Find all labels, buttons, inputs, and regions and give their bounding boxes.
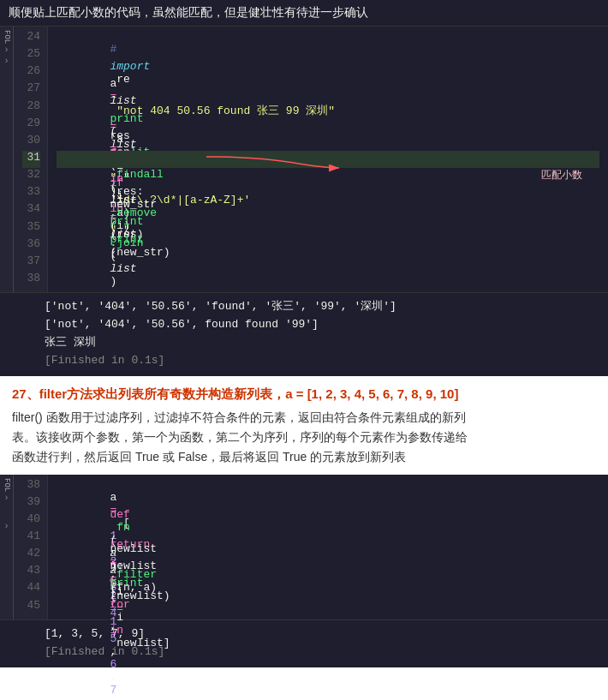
code-section-2: FOL › › 38 39 40 41 42 43 44 45 a = [ 1 … [0,475,608,668]
fold-arrow-4[interactable]: › [3,522,9,531]
code-line-26: a = "not 404 50.56 found 张三 99 深圳" [57,64,599,81]
code-line-36 [57,237,599,254]
code-line-31: if i in list : [57,151,599,168]
fold-left-1: FOL › › [0,27,14,292]
code-line-29: res = re .findall ( '\d+\.?\d*|[a-zA-Z]+… [57,117,599,134]
code-line-45 [57,599,599,616]
output-line-1: ['not', '404', '50.56', 'found', '张三', '… [45,298,599,316]
code-section-1: FOL › › 24 25 26 27 28 29 30 31 32 33 34… [0,27,608,376]
code-line-25: import re [57,47,599,64]
section-desc-2: filter() 函数用于过滤序列，过滤掉不符合条件的元素，返回由符合条件元素组… [12,408,596,467]
code-line-39: def fn ( a ): [57,495,599,512]
annotation-label: 匹配小数 [541,168,582,182]
code-line-28: print ( list ) [57,99,599,117]
output-section-1: ['not', '404', '50.56', 'found', '张三', '… [0,292,608,376]
code-line-38 [57,272,599,289]
line-numbers-1: 24 25 26 27 28 29 30 31 32 33 34 35 36 3… [14,27,48,292]
code-area-1: # import re a = "not 404 50.56 found 张三 … [48,27,608,292]
section-gap-2: 27、filter方法求出列表所有奇数并构造新列表，a = [1, 2, 3, … [0,376,608,474]
code-line-42: newlist = [i for i in newlist] [57,547,599,564]
code-line-33: new_str = " " .join ( list ) [57,185,599,202]
code-line-37 [57,254,599,272]
fold-arrow-1[interactable]: › [3,45,9,55]
fold-arrow-2[interactable]: › [3,57,9,66]
code-line-43: print (newlist) [57,564,599,581]
header-text: 顺便贴上匹配小数的代码，虽然能匹配，但是健壮性有待进一步确认 [9,5,368,19]
code-line-27: list = a .split ( " " ) [57,81,599,99]
code-area-2: a = [ 1 , 2 , 3 , 4 , 5 , 6 , 7 , 8 , [48,475,608,619]
code-line-41: newlist = filter (fn, a) [57,529,599,547]
code-line-30: for i in res: [57,134,599,151]
code-line-44 [57,581,599,598]
output-finished-1: [Finished in 0.1s] [45,352,599,370]
code-line-38b: a = [ 1 , 2 , 3 , 4 , 5 , 6 , 7 , 8 , [57,478,599,495]
output-line-2: ['not', '404', '50.56', found found '99'… [45,316,599,334]
output-line-3: 张三 深圳 [45,334,599,352]
header-bar: 顺便贴上匹配小数的代码，虽然能匹配，但是健壮性有待进一步确认 [0,0,608,27]
code-line-34: print (res) [57,202,599,219]
code-line-35: print (new_str) [57,220,599,237]
line-numbers-2: 38 39 40 41 42 43 44 45 [14,475,48,619]
fold-label: FOL [3,30,11,44]
fold-label-2: FOL [3,478,11,492]
fold-arrow-3[interactable]: › [3,494,9,503]
section-title-2: 27、filter方法求出列表所有奇数并构造新列表，a = [1, 2, 3, … [12,386,596,403]
code-line-32: list .remove (i) 匹配小数 [57,168,599,185]
fold-left-2: FOL › › [0,475,14,619]
code-line-40: return a % 2 == 1 [57,512,599,529]
code-line-24: # [57,30,599,47]
